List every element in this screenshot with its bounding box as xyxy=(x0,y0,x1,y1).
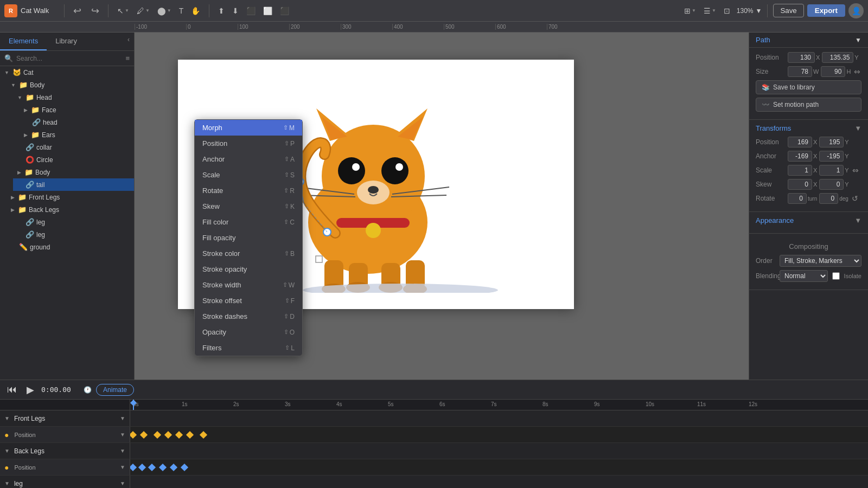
back-legs-pos-arrow[interactable]: ▼ xyxy=(120,464,125,470)
tree-item-front-legs[interactable]: ▶ 📁 Front Legs xyxy=(7,191,134,203)
tree-item-cat[interactable]: ▼ 🐱 Cat xyxy=(0,66,134,79)
view-tool[interactable]: ☰▼ xyxy=(700,4,719,17)
save-button[interactable]: Save xyxy=(773,4,803,17)
tree-item-leg2[interactable]: 🔗 leg xyxy=(13,228,134,241)
kf-bl-5[interactable] xyxy=(170,464,177,471)
tree-item-body-sub[interactable]: ▶ 📁 Body xyxy=(13,166,134,178)
tree-item-leg1[interactable]: 🔗 leg xyxy=(13,216,134,228)
menu-item-skew[interactable]: Skew ⇧ K xyxy=(195,198,302,214)
tree-item-head-group[interactable]: ▼ 📁 Head xyxy=(13,91,134,104)
tree-item-circle[interactable]: ⭕ Circle xyxy=(13,153,134,166)
kf-fl-6[interactable] xyxy=(186,431,194,439)
blending-select[interactable]: Normal xyxy=(780,270,828,282)
kf-bl-6[interactable] xyxy=(181,464,188,471)
tree-item-ears[interactable]: ▶ 📁 Ears xyxy=(20,129,134,141)
panel-collapse-btn[interactable]: ‹ xyxy=(123,33,134,50)
rotate-reset-icon[interactable]: ↺ xyxy=(852,194,858,203)
pos-x-input[interactable] xyxy=(788,52,815,63)
shape-tool[interactable]: ⬤▼ xyxy=(154,4,175,17)
appearance-header[interactable]: Appearance ▼ xyxy=(756,216,861,224)
expand-back-legs[interactable]: ▶ xyxy=(11,207,15,213)
text-tool[interactable]: T xyxy=(176,4,187,17)
expand-ears[interactable]: ▶ xyxy=(24,132,28,138)
save-to-library-btn[interactable]: 📚 Save to library xyxy=(756,80,861,94)
rotate-deg-input[interactable] xyxy=(819,193,838,204)
tree-item-back-legs[interactable]: ▶ 📁 Back Legs xyxy=(7,203,134,216)
menu-item-position[interactable]: Position ⇧ P xyxy=(195,136,302,151)
anchor-x-input[interactable] xyxy=(788,151,812,162)
menu-item-scale[interactable]: Scale ⇧ S xyxy=(195,167,302,183)
kf-bl-2[interactable] xyxy=(138,464,146,471)
menu-item-morph[interactable]: Morph ⇧ M xyxy=(195,120,302,136)
menu-item-stroke-offset[interactable]: Stroke offset ⇧ F xyxy=(195,293,302,309)
pos-y-input[interactable] xyxy=(822,52,853,63)
front-legs-expand-arrow[interactable]: ▼ xyxy=(120,415,125,421)
skew-x-input[interactable] xyxy=(788,179,812,190)
skew-y-input[interactable] xyxy=(819,179,844,190)
expand-leg1-tl[interactable]: ▼ xyxy=(4,480,10,486)
kf-fl-3[interactable] xyxy=(154,431,161,439)
kf-fl-2[interactable] xyxy=(140,431,148,439)
undo-button[interactable]: ↩ xyxy=(70,3,85,19)
size-w-input[interactable] xyxy=(788,66,812,77)
menu-item-filters[interactable]: Filters ⇧ L xyxy=(195,340,302,356)
align-tool-1[interactable]: ⬆ xyxy=(215,4,228,17)
search-input[interactable] xyxy=(16,55,122,62)
export-button[interactable]: Export xyxy=(807,4,845,17)
expand-body-sub[interactable]: ▶ xyxy=(17,170,21,175)
expand-front-legs[interactable]: ▶ xyxy=(11,195,15,200)
tree-item-body-group[interactable]: ▼ 📁 Body xyxy=(7,79,134,91)
animate-btn[interactable]: Animate xyxy=(96,384,134,396)
tree-item-tail[interactable]: 🔗 tail xyxy=(13,178,134,191)
anchor-y-input[interactable] xyxy=(819,151,844,162)
kf-fl-7[interactable] xyxy=(200,431,207,439)
menu-item-fill-opacity[interactable]: Fill opacity xyxy=(195,230,302,246)
menu-item-stroke-width[interactable]: Stroke width ⇧ W xyxy=(195,277,302,293)
expand-face[interactable]: ▶ xyxy=(24,107,28,113)
path-caret[interactable]: ▼ xyxy=(855,36,861,44)
rotate-val-input[interactable] xyxy=(788,193,807,204)
scale-x-input[interactable] xyxy=(788,165,812,176)
menu-item-stroke-color[interactable]: Stroke color ⇧ B xyxy=(195,246,302,261)
align-tool-5[interactable]: ⬛ xyxy=(277,4,292,17)
front-legs-pos-arrow[interactable]: ▼ xyxy=(120,432,125,438)
select-tool[interactable]: ↖▼ xyxy=(114,4,132,17)
leg1-expand-arrow[interactable]: ▼ xyxy=(120,480,125,486)
transforms-header[interactable]: Transforms ▼ xyxy=(756,124,861,132)
kf-fl-4[interactable] xyxy=(164,431,172,439)
canvas-area[interactable]: Morph ⇧ M Position ⇧ P Anchor ⇧ A Scale … xyxy=(135,33,749,380)
menu-item-stroke-dashes[interactable]: Stroke dashes ⇧ D xyxy=(195,309,302,324)
expand-front-legs-tl[interactable]: ▼ xyxy=(4,415,10,421)
kf-bl-4[interactable] xyxy=(159,464,167,471)
expand-head[interactable]: ▼ xyxy=(17,95,22,100)
tl-skip-back-btn[interactable]: ⏮ xyxy=(4,383,20,396)
kf-fl-5[interactable] xyxy=(175,431,183,439)
expand-cat[interactable]: ▼ xyxy=(4,70,9,75)
align-tool-4[interactable]: ⬜ xyxy=(260,4,276,17)
kf-fl-1[interactable] xyxy=(130,431,137,439)
menu-item-stroke-opacity[interactable]: Stroke opacity xyxy=(195,261,302,277)
tree-item-ground[interactable]: ✏️ ground xyxy=(7,241,134,253)
tree-item-head[interactable]: 🔗 head xyxy=(20,116,134,129)
menu-item-fill-color[interactable]: Fill color ⇧ C xyxy=(195,214,302,230)
tab-library[interactable]: Library xyxy=(47,33,86,50)
order-select[interactable]: Fill, Stroke, Markers xyxy=(780,255,861,267)
kf-bl-1[interactable] xyxy=(130,464,137,471)
t-pos-y-input[interactable] xyxy=(819,137,844,147)
tree-item-face[interactable]: ▶ 📁 Face xyxy=(20,104,134,116)
sort-icon[interactable]: ≡ xyxy=(125,54,130,62)
grid-tool[interactable]: ⊞▼ xyxy=(681,4,699,17)
expand-body[interactable]: ▼ xyxy=(11,82,16,88)
kf-bl-3[interactable] xyxy=(148,464,156,471)
back-legs-expand-arrow[interactable]: ▼ xyxy=(120,448,125,454)
pen-tool[interactable]: 🖊▼ xyxy=(133,4,153,17)
size-h-input[interactable] xyxy=(821,66,845,77)
menu-item-anchor[interactable]: Anchor ⇧ A xyxy=(195,151,302,167)
tree-item-collar[interactable]: 🔗 collar xyxy=(13,141,134,153)
expand-back-legs-tl[interactable]: ▼ xyxy=(4,448,10,454)
t-pos-x-input[interactable] xyxy=(788,137,812,147)
align-tool-3[interactable]: ⬛ xyxy=(243,4,259,17)
size-link-icon[interactable]: ⇔ xyxy=(854,67,860,76)
redo-button[interactable]: ↪ xyxy=(88,3,103,19)
frame-tool[interactable]: ⊡ xyxy=(720,4,733,17)
